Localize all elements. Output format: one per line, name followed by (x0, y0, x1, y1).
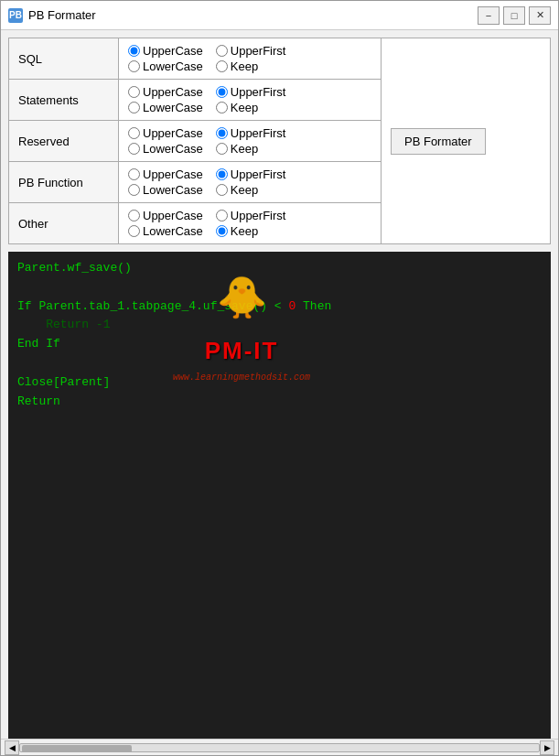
other-lowercase-option[interactable]: LowerCase (128, 224, 203, 238)
other-upperfirst-radio[interactable] (216, 210, 228, 221)
statements-keep-option[interactable]: Keep (216, 101, 258, 114)
statements-uppercase-label: UpperCase (143, 85, 203, 99)
sql-radio-group: UpperCase UpperFirst LowerCa (128, 44, 371, 73)
code-indent (17, 318, 46, 331)
pbfunction-label: PB Function (9, 162, 119, 203)
reserved-keep-radio[interactable] (216, 143, 228, 155)
reserved-lowercase-radio[interactable] (128, 143, 140, 155)
other-radio-group: UpperCase UpperFirst LowerCa (128, 209, 371, 238)
pbfunction-options: UpperCase UpperFirst LowerCa (119, 162, 382, 203)
pbfunction-uppercase-option[interactable]: UpperCase (128, 167, 203, 181)
other-label: Other (9, 203, 119, 244)
pbfunction-keep-option[interactable]: Keep (216, 183, 258, 197)
reserved-upperfirst-label: UpperFirst (231, 126, 286, 140)
other-uppercase-option[interactable]: UpperCase (128, 209, 203, 222)
other-radio-row-1: UpperCase UpperFirst (128, 209, 371, 222)
statements-upperfirst-radio[interactable] (216, 86, 228, 98)
statements-lowercase-radio[interactable] (128, 102, 140, 113)
statements-radio-row-1: UpperCase UpperFirst (128, 85, 371, 99)
minimize-button[interactable]: − (478, 6, 500, 25)
reserved-lowercase-option[interactable]: LowerCase (128, 142, 203, 156)
pbfunction-radio-row-1: UpperCase UpperFirst (128, 167, 371, 181)
code-return-neg: Return -1 (46, 318, 110, 331)
sql-radio-row-1: UpperCase UpperFirst (128, 44, 371, 58)
scroll-left-button[interactable]: ◀ (5, 740, 19, 755)
code-line-7: Close[Parent] (17, 373, 542, 393)
pbfunction-radio-group: UpperCase UpperFirst LowerCa (128, 167, 371, 197)
reserved-lowercase-label: LowerCase (143, 142, 203, 156)
statements-radio-row-2: LowerCase Keep (128, 101, 371, 114)
reserved-keep-label: Keep (231, 142, 258, 156)
pbfunction-lowercase-option[interactable]: LowerCase (128, 183, 203, 197)
pbfunction-radio-row-2: LowerCase Keep (128, 183, 371, 197)
sql-lowercase-radio[interactable] (128, 60, 140, 72)
statements-uppercase-radio[interactable] (128, 86, 140, 98)
reserved-keep-option[interactable]: Keep (216, 142, 258, 156)
code-area[interactable]: Parent.wf_save() If Parent.tab_1.tabpage… (8, 252, 551, 739)
code-if-condition: Parent.tab_1.tabpage_4.uf_save() < (38, 299, 288, 313)
code-line-1: Parent.wf_save() (17, 259, 542, 278)
reserved-upperfirst-option[interactable]: UpperFirst (216, 126, 286, 140)
statements-keep-radio[interactable] (216, 102, 228, 113)
close-button[interactable]: ✕ (529, 6, 551, 25)
statements-upperfirst-option[interactable]: UpperFirst (216, 85, 286, 99)
button-cell: PB Formater (382, 38, 551, 244)
sql-row: SQL UpperCase UpperFirst (9, 38, 551, 80)
sql-upperfirst-radio[interactable] (216, 45, 228, 57)
reserved-uppercase-option[interactable]: UpperCase (128, 126, 203, 140)
pbfunction-lowercase-radio[interactable] (128, 184, 140, 196)
other-keep-option[interactable]: Keep (216, 224, 258, 238)
statements-label: Statements (9, 80, 119, 121)
sql-keep-radio[interactable] (216, 60, 228, 72)
pbfunction-upperfirst-label: UpperFirst (231, 167, 286, 181)
sql-upperfirst-label: UpperFirst (231, 44, 286, 58)
statements-upperfirst-label: UpperFirst (231, 85, 286, 99)
other-upperfirst-label: UpperFirst (231, 209, 286, 222)
sql-label: SQL (9, 38, 119, 80)
scrollbar-thumb (22, 745, 132, 752)
horizontal-scrollbar[interactable] (19, 743, 540, 752)
other-upperfirst-option[interactable]: UpperFirst (216, 209, 286, 222)
reserved-radio-row-1: UpperCase UpperFirst (128, 126, 371, 140)
statements-lowercase-option[interactable]: LowerCase (128, 101, 203, 114)
other-radio-row-2: LowerCase Keep (128, 224, 371, 238)
maximize-button[interactable]: □ (503, 6, 525, 25)
code-if-then: Then (296, 299, 331, 313)
sql-uppercase-label: UpperCase (143, 44, 203, 58)
pbfunction-upperfirst-radio[interactable] (216, 168, 228, 180)
sql-keep-label: Keep (231, 59, 258, 73)
sql-keep-option[interactable]: Keep (216, 59, 258, 73)
title-bar-controls: − □ ✕ (478, 6, 551, 25)
other-keep-radio[interactable] (216, 225, 228, 237)
other-keep-label: Keep (231, 224, 258, 238)
code-line-4: Return -1 (17, 316, 542, 335)
sql-uppercase-radio[interactable] (128, 45, 140, 57)
pbfunction-uppercase-radio[interactable] (128, 168, 140, 180)
app-icon: PB (8, 8, 23, 23)
sql-lowercase-label: LowerCase (143, 59, 203, 73)
reserved-radio-group: UpperCase UpperFirst LowerCa (128, 126, 371, 156)
statements-options: UpperCase UpperFirst LowerCa (119, 80, 382, 121)
settings-table: SQL UpperCase UpperFirst (8, 38, 551, 244)
pb-formater-button[interactable]: PB Formater (391, 128, 486, 155)
other-lowercase-label: LowerCase (143, 224, 203, 238)
statements-uppercase-option[interactable]: UpperCase (128, 85, 203, 99)
other-uppercase-radio[interactable] (128, 210, 140, 221)
code-line-5: End If (17, 335, 542, 354)
code-line-2 (17, 278, 542, 297)
reserved-uppercase-radio[interactable] (128, 127, 140, 139)
title-bar: PB PB Formater − □ ✕ (1, 1, 558, 30)
reserved-options: UpperCase UpperFirst LowerCa (119, 121, 382, 162)
pbfunction-keep-radio[interactable] (216, 184, 228, 196)
reserved-uppercase-label: UpperCase (143, 126, 203, 140)
sql-lowercase-option[interactable]: LowerCase (128, 59, 203, 73)
other-lowercase-radio[interactable] (128, 225, 140, 237)
sql-uppercase-option[interactable]: UpperCase (128, 44, 203, 58)
sql-options: UpperCase UpperFirst LowerCa (119, 38, 382, 80)
reserved-upperfirst-radio[interactable] (216, 127, 228, 139)
bottom-scrollbar-bar: ◀ ▶ (1, 739, 558, 755)
sql-upperfirst-option[interactable]: UpperFirst (216, 44, 286, 58)
pbfunction-upperfirst-option[interactable]: UpperFirst (216, 167, 286, 181)
code-line-6 (17, 354, 542, 373)
scroll-right-button[interactable]: ▶ (540, 740, 554, 755)
